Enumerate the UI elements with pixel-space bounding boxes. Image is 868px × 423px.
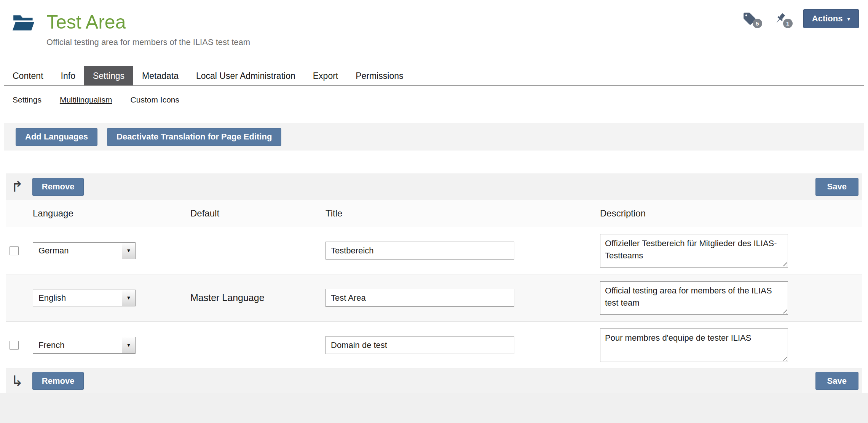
toolbar: Add Languages Deactivate Translation for… <box>4 123 864 151</box>
remove-button-bottom[interactable]: Remove <box>32 372 84 390</box>
tab-content[interactable]: Content <box>4 66 52 85</box>
subtab-settings[interactable]: Settings <box>13 95 41 104</box>
tab-metadata[interactable]: Metadata <box>133 66 187 85</box>
table-row: English ▼ Master Language Official testi… <box>6 274 862 322</box>
tab-info[interactable]: Info <box>52 66 84 85</box>
page-title: Test Area <box>46 11 250 33</box>
subtab-multilingualism[interactable]: Multilingualism <box>60 95 112 104</box>
language-select-value: German <box>33 243 122 259</box>
tab-bar: Content Info Settings Metadata Local Use… <box>4 66 864 86</box>
page: Test Area Official testing area for memb… <box>0 0 868 393</box>
pin-count-badge: 1 <box>783 19 793 28</box>
chevron-down-icon: ▼ <box>122 243 135 259</box>
pin-indicator[interactable]: 1 <box>773 11 787 26</box>
title-input[interactable] <box>326 336 514 354</box>
object-header: Test Area Official testing area for memb… <box>0 0 868 50</box>
tag-count-badge: 5 <box>753 19 762 28</box>
tags-indicator[interactable]: 5 <box>742 11 757 26</box>
column-header-title: Title <box>326 208 600 219</box>
tab-export[interactable]: Export <box>304 66 347 85</box>
title-input[interactable] <box>326 289 514 307</box>
tab-permissions[interactable]: Permissions <box>347 66 412 85</box>
column-header-language: Language <box>33 208 190 219</box>
title-input[interactable] <box>326 242 514 260</box>
language-select[interactable]: French ▼ <box>33 337 136 354</box>
tab-settings[interactable]: Settings <box>84 66 133 85</box>
languages-table: ↱ Remove Save Language Default Title Des… <box>6 173 862 393</box>
save-button-bottom[interactable]: Save <box>815 372 858 390</box>
caret-down-icon: ▾ <box>847 16 850 22</box>
folder-icon <box>13 14 34 33</box>
column-header-description: Description <box>600 208 862 219</box>
table-row: French ▼ Pour membres d'equipe de tester… <box>6 322 862 369</box>
language-select[interactable]: German ▼ <box>33 242 136 259</box>
language-select-value: French <box>33 337 122 353</box>
apply-to-selection-top-icon: ↱ <box>11 179 23 194</box>
actions-button-label: Actions <box>812 14 843 24</box>
table-header-row: Language Default Title Description <box>6 200 862 227</box>
description-textarea[interactable]: Official testing area for members of the… <box>600 281 788 315</box>
table-toolbar-top: ↱ Remove Save <box>6 173 862 200</box>
description-textarea[interactable]: Offizieller Testbereich für Mitglieder d… <box>600 234 788 268</box>
language-select[interactable]: English ▼ <box>33 290 136 306</box>
table-toolbar-bottom: ↳ Remove Save <box>6 369 862 393</box>
chevron-down-icon: ▼ <box>122 337 135 353</box>
column-header-default: Default <box>190 208 326 219</box>
language-select-value: English <box>33 290 122 306</box>
actions-button[interactable]: Actions ▾ <box>803 9 859 28</box>
add-languages-button[interactable]: Add Languages <box>16 128 97 146</box>
page-subtitle: Official testing area for members of the… <box>46 37 250 47</box>
subtab-bar: Settings Multilingualism Custom Icons <box>13 94 864 106</box>
description-textarea[interactable]: Pour membres d'equipe de tester ILIAS <box>600 328 788 362</box>
row-checkbox[interactable] <box>10 341 19 350</box>
chevron-down-icon: ▼ <box>122 290 135 306</box>
remove-button-top[interactable]: Remove <box>32 178 84 196</box>
header-actions: 5 1 Actions ▾ <box>742 9 859 28</box>
apply-to-selection-bottom-icon: ↳ <box>11 374 23 388</box>
deactivate-translation-button[interactable]: Deactivate Translation for Page Editing <box>107 128 281 146</box>
subtab-custom-icons[interactable]: Custom Icons <box>131 95 179 104</box>
table-row: German ▼ Offizieller Testbereich für Mit… <box>6 227 862 274</box>
master-language-label: Master Language <box>190 292 265 303</box>
save-button-top[interactable]: Save <box>815 178 858 196</box>
tab-local-user-administration[interactable]: Local User Administration <box>187 66 304 85</box>
row-checkbox[interactable] <box>10 246 19 255</box>
